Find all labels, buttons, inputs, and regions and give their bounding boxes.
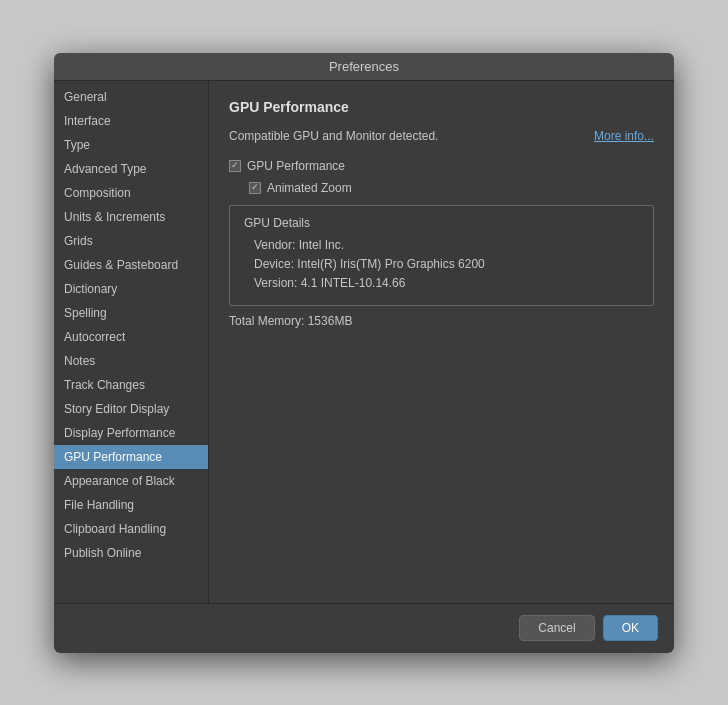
more-info-link[interactable]: More info... (594, 129, 654, 143)
compatible-message: Compatible GPU and Monitor detected. (229, 129, 438, 143)
animated-zoom-checkbox[interactable] (249, 182, 261, 194)
main-content: GPU Performance Compatible GPU and Monit… (209, 81, 674, 603)
dialog-title: Preferences (329, 59, 399, 74)
sidebar: General Interface Type Advanced Type Com… (54, 81, 209, 603)
gpu-version: Version: 4.1 INTEL-10.14.66 (244, 276, 639, 290)
sidebar-item-general[interactable]: General (54, 85, 208, 109)
gpu-performance-checkbox-row[interactable]: GPU Performance (229, 159, 654, 173)
sidebar-item-publish-online[interactable]: Publish Online (54, 541, 208, 565)
sidebar-item-dictionary[interactable]: Dictionary (54, 277, 208, 301)
animated-zoom-checkbox-row[interactable]: Animated Zoom (249, 181, 654, 195)
sidebar-item-autocorrect[interactable]: Autocorrect (54, 325, 208, 349)
sidebar-item-clipboard-handling[interactable]: Clipboard Handling (54, 517, 208, 541)
cancel-button[interactable]: Cancel (519, 615, 594, 641)
sidebar-item-advanced-type[interactable]: Advanced Type (54, 157, 208, 181)
sidebar-item-appearance-of-black[interactable]: Appearance of Black (54, 469, 208, 493)
total-memory: Total Memory: 1536MB (229, 314, 654, 328)
dialog-footer: Cancel OK (54, 603, 674, 653)
sidebar-item-composition[interactable]: Composition (54, 181, 208, 205)
sidebar-item-interface[interactable]: Interface (54, 109, 208, 133)
gpu-performance-checkbox[interactable] (229, 160, 241, 172)
gpu-performance-label: GPU Performance (247, 159, 345, 173)
sidebar-item-units-increments[interactable]: Units & Increments (54, 205, 208, 229)
sidebar-item-spelling[interactable]: Spelling (54, 301, 208, 325)
sidebar-item-gpu-performance[interactable]: GPU Performance (54, 445, 208, 469)
gpu-device: Device: Intel(R) Iris(TM) Pro Graphics 6… (244, 257, 639, 271)
content-title: GPU Performance (229, 99, 654, 115)
sidebar-item-grids[interactable]: Grids (54, 229, 208, 253)
sidebar-item-notes[interactable]: Notes (54, 349, 208, 373)
sidebar-item-story-editor-display[interactable]: Story Editor Display (54, 397, 208, 421)
animated-zoom-label: Animated Zoom (267, 181, 352, 195)
sidebar-item-display-performance[interactable]: Display Performance (54, 421, 208, 445)
gpu-details-title: GPU Details (244, 216, 639, 230)
dialog-body: General Interface Type Advanced Type Com… (54, 81, 674, 603)
gpu-vendor: Vendor: Intel Inc. (244, 238, 639, 252)
sidebar-item-file-handling[interactable]: File Handling (54, 493, 208, 517)
ok-button[interactable]: OK (603, 615, 658, 641)
sidebar-item-track-changes[interactable]: Track Changes (54, 373, 208, 397)
gpu-details-box: GPU Details Vendor: Intel Inc. Device: I… (229, 205, 654, 306)
title-bar: Preferences (54, 53, 674, 81)
sidebar-item-type[interactable]: Type (54, 133, 208, 157)
info-row: Compatible GPU and Monitor detected. Mor… (229, 129, 654, 143)
preferences-dialog: Preferences General Interface Type Advan… (54, 53, 674, 653)
sidebar-item-guides-pasteboard[interactable]: Guides & Pasteboard (54, 253, 208, 277)
